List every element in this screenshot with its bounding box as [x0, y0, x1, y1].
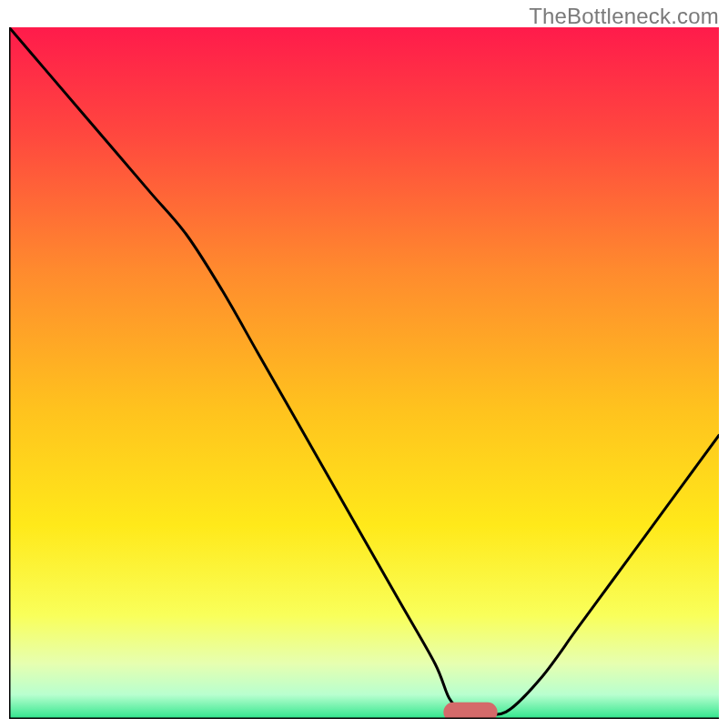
watermark-label: TheBottleneck.com — [529, 4, 719, 29]
plot-frame — [9, 27, 719, 719]
gradient-background — [9, 27, 719, 719]
chart-svg — [9, 27, 719, 719]
highlight-marker — [443, 703, 497, 719]
chart-root: TheBottleneck.com — [0, 0, 728, 728]
